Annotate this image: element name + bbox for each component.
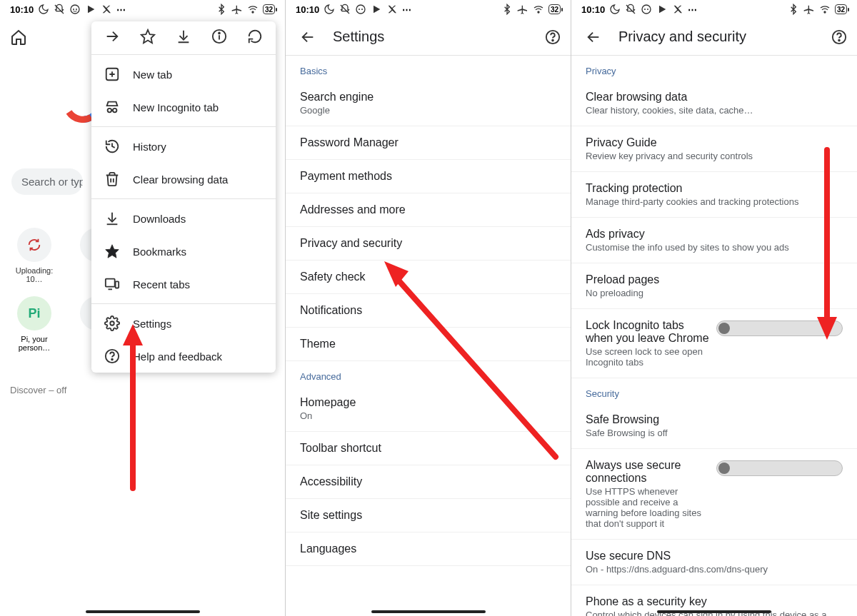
history-icon <box>104 138 120 154</box>
status-bar: 10:10 ⋯ 32 <box>286 0 571 19</box>
star-icon[interactable] <box>140 29 156 44</box>
home-icon[interactable] <box>10 29 27 46</box>
section-security: Security <box>571 378 857 403</box>
shortcut-tile[interactable]: Pi Pi, your person… <box>10 296 59 352</box>
phone-chrome-overflow: 10:10 ⋯ 32 Search or type UR Uploading: <box>0 0 286 616</box>
x-icon <box>672 4 683 15</box>
menu-history[interactable]: History <box>91 130 276 163</box>
setting-site[interactable]: Site settings <box>286 499 571 532</box>
setting-accessibility[interactable]: Accessibility <box>286 465 571 499</box>
downloads-icon <box>104 211 120 226</box>
toggle-off[interactable] <box>716 460 843 476</box>
svg-point-31 <box>111 359 113 360</box>
plus-square-icon <box>104 66 120 82</box>
wifi-icon <box>533 4 544 15</box>
forward-icon[interactable] <box>104 29 120 44</box>
menu-clear-browsing[interactable]: Clear browsing data <box>91 163 276 196</box>
menu-recent-tabs[interactable]: Recent tabs <box>91 268 276 301</box>
incognito-icon <box>104 99 120 115</box>
battery-icon: 32 <box>263 4 275 14</box>
bluetooth-icon <box>788 4 799 15</box>
menu-downloads[interactable]: Downloads <box>91 202 276 235</box>
tile-label: Uploading: 10… <box>16 266 54 283</box>
instructional-arrow <box>119 324 147 498</box>
setting-search-engine[interactable]: Search engine Google <box>286 81 571 126</box>
status-bar: 10:10 ⋯ 32 <box>571 0 857 19</box>
svg-point-19 <box>113 108 117 113</box>
gear-icon <box>104 315 120 331</box>
dnd-moon-icon <box>609 4 621 15</box>
airplane-icon <box>517 4 528 15</box>
svg-point-2 <box>73 9 74 10</box>
svg-point-39 <box>538 11 539 13</box>
more-notifications-icon: ⋯ <box>116 4 126 15</box>
svg-point-36 <box>359 9 360 10</box>
help-icon[interactable] <box>545 29 561 45</box>
info-icon[interactable] <box>211 29 227 44</box>
mute-icon <box>339 4 351 15</box>
omnibox[interactable]: Search or type UR <box>11 168 83 195</box>
star-filled-icon <box>104 243 120 259</box>
svg-point-37 <box>361 9 363 10</box>
svg-point-50 <box>824 11 826 13</box>
svg-point-29 <box>110 321 114 325</box>
menu-bookmarks[interactable]: Bookmarks <box>91 235 276 268</box>
download-icon <box>176 29 191 44</box>
mute-icon <box>625 4 636 15</box>
svg-point-46 <box>642 5 651 14</box>
reddit-icon <box>355 4 366 15</box>
svg-rect-27 <box>116 281 119 288</box>
wifi-icon <box>819 4 831 15</box>
dnd-moon-icon <box>38 4 49 15</box>
reload-icon[interactable] <box>247 29 263 44</box>
svg-marker-55 <box>817 317 837 340</box>
svg-marker-4 <box>88 6 94 14</box>
svg-point-3 <box>76 9 77 10</box>
wifi-icon <box>247 4 259 15</box>
menu-label: New Incognito tab <box>133 101 219 113</box>
setting-safe-browsing[interactable]: Safe BrowsingSafe Browsing is off <box>571 403 857 449</box>
page-title: Privacy and security <box>618 29 814 45</box>
svg-marker-38 <box>374 6 380 14</box>
help-icon[interactable] <box>831 29 847 45</box>
instructional-arrow <box>811 143 847 345</box>
back-icon[interactable] <box>300 29 316 45</box>
menu-new-incognito[interactable]: New Incognito tab <box>91 91 276 123</box>
sync-icon <box>26 237 42 253</box>
setting-clear-browsing-data[interactable]: Clear browsing dataClear history, cookie… <box>571 81 857 126</box>
svg-marker-25 <box>106 245 119 258</box>
airplane-icon <box>231 4 243 15</box>
menu-label: New tab <box>133 69 172 81</box>
help-icon <box>104 348 120 364</box>
setting-languages[interactable]: Languages <box>286 532 571 566</box>
status-bar: 10:10 ⋯ 32 <box>0 0 285 19</box>
menu-new-tab[interactable]: New tab <box>91 58 276 91</box>
overflow-menu: New tab New Incognito tab History Clear … <box>91 21 276 373</box>
x-icon <box>101 4 112 15</box>
setting-password-manager[interactable]: Password Manager <box>286 126 571 160</box>
svg-point-35 <box>356 5 365 14</box>
setting-https[interactable]: Always use secure connectionsUse HTTPS w… <box>571 449 857 540</box>
setting-secure-dns[interactable]: Use secure DNSOn - https://dns.adguard-d… <box>571 540 857 585</box>
devices-icon <box>104 276 120 292</box>
menu-label: Recent tabs <box>133 278 190 291</box>
svg-marker-49 <box>659 6 666 14</box>
nav-home-handle[interactable] <box>86 610 200 613</box>
nav-home-handle[interactable] <box>371 610 486 613</box>
section-basics: Basics <box>286 56 571 81</box>
svg-point-53 <box>838 39 840 41</box>
back-icon[interactable] <box>586 29 601 45</box>
reddit-icon <box>641 4 652 15</box>
instructional-arrow <box>377 250 563 467</box>
tile-label: Pi, your person… <box>19 335 51 352</box>
airplane-icon <box>803 4 815 15</box>
svg-marker-9 <box>141 30 154 43</box>
shortcut-tile[interactable]: Uploading: 10… <box>10 228 59 283</box>
svg-point-47 <box>644 9 646 10</box>
nav-home-handle[interactable] <box>657 610 771 613</box>
svg-marker-33 <box>123 324 143 345</box>
play-icon <box>656 4 668 15</box>
setting-addresses[interactable]: Addresses and more <box>286 193 571 227</box>
setting-payment[interactable]: Payment methods <box>286 160 571 193</box>
play-icon <box>85 4 96 15</box>
